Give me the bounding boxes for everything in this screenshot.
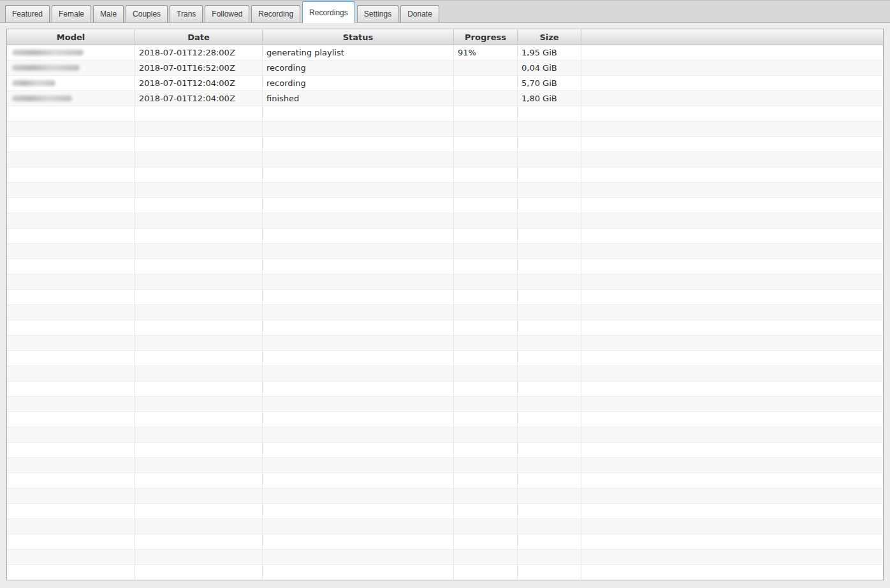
empty-cell — [454, 366, 518, 381]
date-cell: 2018-07-01T12:04:00Z — [135, 91, 263, 106]
column-header-date[interactable]: Date — [135, 29, 263, 45]
empty-cell — [518, 122, 581, 136]
empty-cell — [454, 183, 518, 197]
empty-cell — [581, 519, 883, 534]
empty-cell — [454, 427, 518, 442]
empty-cell — [518, 550, 581, 564]
empty-cell — [7, 152, 135, 167]
empty-row — [7, 275, 883, 290]
empty-cell — [7, 198, 135, 213]
empty-cell — [454, 259, 518, 274]
column-header-size[interactable]: Size — [518, 29, 581, 45]
empty-cell — [454, 351, 518, 366]
empty-cell — [263, 504, 454, 519]
empty-cell — [518, 137, 581, 152]
empty-row — [7, 336, 883, 351]
empty-cell — [518, 504, 581, 519]
empty-cell — [518, 213, 581, 228]
empty-cell — [581, 183, 883, 197]
empty-cell — [135, 198, 263, 213]
empty-cell — [518, 305, 581, 320]
recording-row[interactable]: 2018-07-01T12:04:00Zfinished1,80 GiB — [7, 91, 883, 106]
filler-cell — [581, 61, 883, 75]
empty-cell — [454, 412, 518, 427]
tab-donate[interactable]: Donate — [400, 5, 439, 22]
empty-cell — [263, 427, 454, 442]
empty-cell — [454, 473, 518, 488]
empty-cell — [7, 397, 135, 412]
empty-cell — [7, 565, 135, 580]
column-header-progress[interactable]: Progress — [454, 29, 518, 45]
empty-row — [7, 519, 883, 534]
empty-cell — [7, 122, 135, 136]
empty-cell — [263, 519, 454, 534]
tab-recording[interactable]: Recording — [251, 5, 300, 22]
empty-cell — [135, 213, 263, 228]
empty-cell — [7, 412, 135, 427]
empty-cell — [7, 473, 135, 488]
column-header-model[interactable]: Model — [7, 29, 135, 45]
empty-cell — [454, 534, 518, 549]
empty-row — [7, 168, 883, 183]
empty-cell — [263, 443, 454, 457]
tab-couples[interactable]: Couples — [126, 5, 168, 22]
empty-cell — [581, 489, 883, 503]
table-body: 2018-07-01T12:28:00Zgenerating playlist9… — [7, 45, 883, 580]
empty-cell — [581, 275, 883, 289]
tab-bar: FeaturedFemaleMaleCouplesTransFollowedRe… — [0, 0, 890, 23]
recording-row[interactable]: 2018-07-01T12:28:00Zgenerating playlist9… — [7, 45, 883, 61]
empty-cell — [263, 152, 454, 167]
empty-cell — [135, 137, 263, 152]
empty-cell — [581, 351, 883, 366]
empty-row — [7, 229, 883, 244]
empty-cell — [454, 275, 518, 289]
empty-cell — [581, 565, 883, 580]
empty-cell — [263, 229, 454, 243]
table-header-row: ModelDateStatusProgressSize — [7, 29, 883, 45]
recording-row[interactable]: 2018-07-01T16:52:00Zrecording0,04 GiB — [7, 61, 883, 76]
empty-cell — [454, 305, 518, 320]
tab-trans[interactable]: Trans — [170, 5, 203, 22]
empty-cell — [581, 443, 883, 457]
tab-followed[interactable]: Followed — [205, 5, 249, 22]
empty-cell — [135, 336, 263, 350]
empty-cell — [454, 137, 518, 152]
column-header-status[interactable]: Status — [263, 29, 454, 45]
empty-cell — [581, 106, 883, 121]
empty-row — [7, 504, 883, 519]
empty-cell — [581, 550, 883, 564]
empty-cell — [454, 336, 518, 350]
empty-cell — [135, 122, 263, 136]
empty-cell — [581, 412, 883, 427]
empty-cell — [135, 397, 263, 412]
empty-row — [7, 458, 883, 473]
empty-cell — [135, 320, 263, 335]
filler-cell — [581, 45, 883, 60]
tab-recordings[interactable]: Recordings — [302, 1, 355, 23]
recording-row[interactable]: 2018-07-01T12:04:00Zrecording5,70 GiB — [7, 76, 883, 91]
empty-row — [7, 152, 883, 168]
tab-male[interactable]: Male — [93, 5, 124, 22]
empty-cell — [263, 366, 454, 381]
empty-cell — [7, 489, 135, 503]
empty-cell — [7, 229, 135, 243]
tab-settings[interactable]: Settings — [357, 5, 398, 22]
empty-cell — [135, 550, 263, 564]
empty-cell — [135, 244, 263, 259]
empty-cell — [7, 213, 135, 228]
tab-featured[interactable]: Featured — [5, 5, 50, 22]
empty-cell — [518, 290, 581, 305]
size-cell: 1,80 GiB — [518, 91, 581, 106]
empty-cell — [581, 473, 883, 488]
empty-cell — [135, 183, 263, 197]
empty-row — [7, 213, 883, 229]
tab-female[interactable]: Female — [52, 5, 91, 22]
empty-cell — [454, 397, 518, 412]
empty-cell — [518, 427, 581, 442]
filler-cell — [581, 76, 883, 90]
empty-row — [7, 290, 883, 305]
model-cell-redacted — [7, 61, 135, 75]
empty-cell — [7, 550, 135, 564]
empty-cell — [135, 168, 263, 182]
empty-row — [7, 427, 883, 443]
